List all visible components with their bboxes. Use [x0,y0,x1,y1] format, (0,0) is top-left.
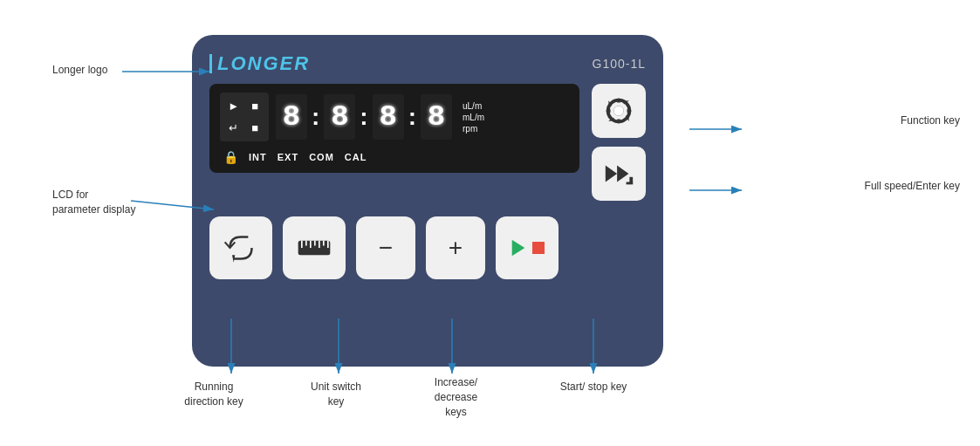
digit-2-seg: 8 [331,100,348,134]
svg-rect-12 [314,241,316,246]
mode-com: COM [309,152,334,162]
play-triangle-icon [509,238,528,257]
device-panel: LONGER G100-1L ► ■ ↵ ■ [192,35,663,367]
longer-logo: LONGER [209,52,310,75]
plus-icon: + [449,234,463,262]
digit-4: 8 [421,94,452,140]
annotation-function-key: Function key [901,113,960,128]
svg-rect-14 [323,241,325,246]
annotation-increase-decrease: Increase/decreasekeys [419,375,493,419]
svg-rect-17 [532,242,545,254]
gear-icon [602,94,635,127]
annotation-running-direction: Runningdirection key [175,380,253,409]
lcd-digits: 8 : 8 : 8 : 8 [276,94,452,140]
lcd-icon-grid-br: ■ [246,119,265,138]
lcd-icon-play: ► [224,97,243,116]
svg-marker-16 [512,240,525,256]
svg-rect-9 [301,241,303,248]
lcd-icon-return: ↵ [224,119,243,138]
digit-1: 8 [276,94,307,140]
unit-rpm: rpm [463,124,484,134]
logo-line-decoration [209,54,212,73]
model-text: G100-1L [593,57,646,71]
lcd-top-row: ► ■ ↵ ■ 8 : 8 : [220,93,569,141]
lcd-icon-grid-tr: ■ [246,97,265,116]
lcd-icon-grid: ► ■ ↵ ■ [220,93,269,141]
unit-ml: mL/m [463,113,484,122]
mode-int: INT [249,152,267,162]
svg-rect-15 [327,241,329,248]
annotation-lcd-display: LCD forparameter display [52,188,135,217]
ruler-icon [292,226,336,270]
colon-2: : [360,94,367,140]
full-speed-key-button[interactable] [592,147,646,201]
svg-rect-13 [319,241,320,248]
bottom-buttons: − + [209,216,646,279]
mode-ext: EXT [278,152,298,162]
digit-3: 8 [373,94,404,140]
colon-1: : [312,94,319,140]
svg-point-2 [613,106,623,115]
fast-forward-enter-icon [602,157,635,190]
mode-cal: CAL [345,152,367,162]
start-stop-button[interactable] [496,216,559,279]
annotation-start-stop: Start/ stop key [559,380,628,395]
lcd-screen: ► ■ ↵ ■ 8 : 8 : [209,84,579,173]
lcd-bottom-row: 🔒 INT EXT COM CAL [220,147,569,164]
annotation-longer-logo: Longer logo [52,63,107,78]
minus-icon: − [379,234,393,262]
svg-rect-11 [310,241,312,248]
increase-button[interactable]: + [426,216,485,279]
digit-1-seg: 8 [283,100,300,134]
direction-icon [219,226,263,270]
decrease-button[interactable]: − [356,216,415,279]
function-key-button[interactable] [592,84,646,138]
digit-2: 8 [324,94,355,140]
device-header: LONGER G100-1L [209,52,646,75]
svg-marker-3 [606,166,617,182]
digit-3-seg: 8 [379,100,396,134]
stop-square-icon [531,241,545,255]
longer-logo-text: LONGER [217,52,310,75]
unit-ul: uL/m [463,101,484,111]
unit-switch-button[interactable] [283,216,346,279]
annotation-full-speed-key: Full speed/Enter key [865,179,960,194]
lock-icon: 🔒 [223,150,238,164]
lcd-units: uL/m mL/m rpm [463,101,484,134]
running-direction-button[interactable] [209,216,272,279]
start-stop-icons [509,238,545,257]
svg-marker-4 [617,166,628,182]
digit-4-seg: 8 [428,100,445,134]
annotation-unit-switch: Unit switchkey [301,380,371,409]
side-buttons [592,84,646,201]
svg-rect-10 [305,241,307,246]
device-main: ► ■ ↵ ■ 8 : 8 : [209,84,646,201]
colon-3: : [408,94,416,140]
svg-rect-6 [627,182,634,185]
diagram-container: LONGER G100-1L ► ■ ↵ ■ [44,17,960,428]
